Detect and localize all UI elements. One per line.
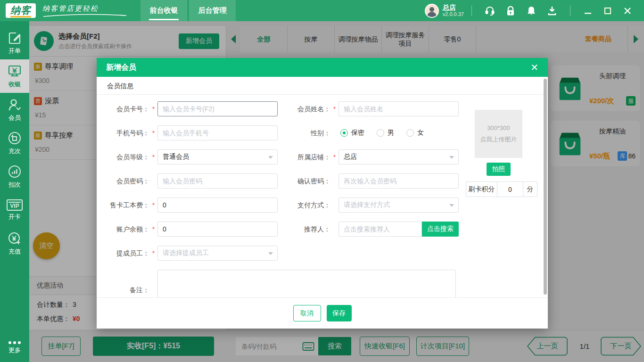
- gender-radio-secret[interactable]: 保密: [340, 129, 364, 137]
- required-star: *: [149, 125, 157, 140]
- referrer-search-button[interactable]: 点击搜索: [422, 222, 459, 237]
- store-meta: 总店 v2.0.0.37: [443, 4, 464, 17]
- save-button[interactable]: 保存: [327, 305, 352, 321]
- sidebar-item-cashier[interactable]: 收银: [0, 59, 29, 93]
- field-card-fee: 售卡工本费： *: [97, 197, 278, 213]
- sidebar-item-open-card[interactable]: VIP 开卡: [0, 193, 29, 227]
- maximize-button[interactable]: [602, 5, 614, 17]
- app-logo: 纳客: [6, 3, 36, 18]
- cash-register-icon: [8, 64, 22, 78]
- field-member-level: 会员等级： * 普通会员: [97, 149, 278, 165]
- notification-bell-icon[interactable]: [526, 5, 537, 16]
- remark-input[interactable]: [157, 270, 456, 297]
- required-star: *: [330, 101, 339, 116]
- required-star: *: [149, 149, 157, 165]
- divider: [570, 6, 570, 16]
- member-icon: [8, 98, 22, 112]
- sidebar-item-member[interactable]: 会员: [0, 93, 29, 126]
- topbar: 纳客 纳客管店更轻松 前台收银 后台管理 总店 v2.0.0.37: [0, 0, 644, 21]
- sidebar: 开单 收银 会员 充次 扣次 VIP 开卡 充值 更多: [0, 21, 29, 362]
- sidebar-item-open-order[interactable]: 开单: [0, 26, 29, 59]
- photo-upload-box[interactable]: 300*300 点我上传图片: [475, 110, 522, 158]
- field-phone: 手机号码： *: [97, 125, 278, 140]
- recharge-icon: [8, 231, 22, 246]
- field-card-no: 会员卡号： *: [97, 101, 278, 116]
- lock-icon[interactable]: [505, 5, 516, 16]
- field-password: 会员密码：: [97, 173, 278, 189]
- referrer-group: 点击搜索: [339, 222, 459, 237]
- card-no-input[interactable]: [157, 101, 278, 116]
- minimize-button[interactable]: [582, 5, 594, 17]
- referrer-input[interactable]: [339, 222, 422, 237]
- chevron-down-icon: [268, 156, 273, 159]
- required-star: *: [149, 197, 157, 213]
- avatar[interactable]: [425, 4, 439, 18]
- modal-footer: 取消 保存: [97, 297, 548, 329]
- sidebar-spacer: [0, 260, 29, 334]
- chevron-down-icon: [449, 156, 454, 159]
- field-confirm-password: 确认密码：: [278, 173, 459, 189]
- store-name: 总店: [443, 4, 464, 11]
- sidebar-item-more[interactable]: 更多: [0, 334, 29, 362]
- field-gender: 性别： 保密 男 女: [278, 125, 424, 140]
- cancel-button[interactable]: 取消: [293, 305, 321, 321]
- gender-radio-female[interactable]: 女: [406, 129, 424, 137]
- slogan: 纳客管店更轻松: [42, 4, 127, 17]
- topbar-right: 总店 v2.0.0.37: [425, 4, 637, 18]
- card-points-label: 刷卡积分: [466, 181, 497, 197]
- required-star: *: [149, 246, 157, 261]
- download-icon[interactable]: [546, 5, 558, 16]
- photo-upload-hint: 点我上传图片: [480, 135, 517, 144]
- sidebar-item-recharge-times[interactable]: 充次: [0, 126, 29, 160]
- field-referrer: 推荐人： 点击搜索: [278, 222, 459, 237]
- chevron-down-icon: [449, 204, 454, 207]
- required-star: *: [330, 149, 339, 165]
- more-dots-icon: [8, 341, 21, 344]
- member-form: 会员卡号： * 会员姓名： * 手机号码： * 性别：: [97, 95, 469, 297]
- member-level-select[interactable]: 普通会员: [157, 149, 278, 165]
- field-payment-method: 支付方式： 请选择支付方式: [278, 197, 459, 213]
- sidebar-item-deduct-times[interactable]: 扣次: [0, 160, 29, 193]
- phone-input[interactable]: [157, 125, 278, 140]
- field-shop: 所属店铺： * 总店: [278, 149, 459, 165]
- customer-service-icon[interactable]: [484, 5, 495, 16]
- app-version: v2.0.0.37: [443, 11, 464, 17]
- slogan-underline: [42, 14, 127, 17]
- member-name-input[interactable]: [339, 101, 459, 116]
- sidebar-item-recharge[interactable]: 充值: [0, 227, 29, 260]
- card-points-group: 刷卡积分 分: [466, 181, 537, 197]
- member-info-section-title: 会员信息: [97, 77, 548, 95]
- gender-radio-male[interactable]: 男: [377, 129, 394, 137]
- required-star: *: [149, 222, 157, 237]
- add-member-modal: 新增会员 ✕ 会员信息 会员卡号： * 会员姓名： *: [97, 58, 548, 329]
- confirm-password-input[interactable]: [339, 173, 459, 189]
- password-input[interactable]: [157, 173, 278, 189]
- card-fee-input[interactable]: [157, 197, 278, 213]
- photo-size-hint: 300*300: [487, 124, 510, 132]
- chevron-down-icon: [268, 252, 273, 255]
- take-photo-button[interactable]: 拍照: [487, 163, 511, 176]
- vip-card-icon: VIP: [7, 199, 23, 211]
- payment-method-select[interactable]: 请选择支付方式: [339, 197, 459, 213]
- order-edit-icon: [8, 31, 22, 45]
- modal-header: 新增会员 ✕: [97, 58, 548, 77]
- card-points-unit: 分: [523, 181, 537, 197]
- close-window-button[interactable]: [621, 5, 634, 17]
- balance-input[interactable]: [157, 222, 278, 237]
- recharge-times-icon: [8, 131, 22, 145]
- field-remark: 备注：: [97, 270, 456, 297]
- main-nav-tabs: 前台收银 后台管理: [140, 0, 238, 21]
- gender-radio-group: 保密 男 女: [340, 125, 424, 140]
- field-member-name: 会员姓名： *: [278, 101, 459, 116]
- field-balance: 账户余额： *: [97, 222, 278, 237]
- tab-backend-admin[interactable]: 后台管理: [189, 0, 236, 21]
- modal-scrollbar[interactable]: [544, 79, 547, 295]
- shop-select[interactable]: 总店: [339, 149, 459, 165]
- tab-front-cashier[interactable]: 前台收银: [140, 0, 187, 21]
- commission-staff-select[interactable]: 请选择提成员工: [157, 246, 278, 261]
- close-icon[interactable]: ✕: [530, 63, 538, 72]
- required-star: *: [149, 101, 157, 116]
- logo-text: 纳客: [10, 4, 31, 17]
- app-window: 纳客 纳客管店更轻松 前台收银 后台管理 总店 v2.0.0.37: [0, 0, 644, 362]
- card-points-input[interactable]: [497, 181, 523, 197]
